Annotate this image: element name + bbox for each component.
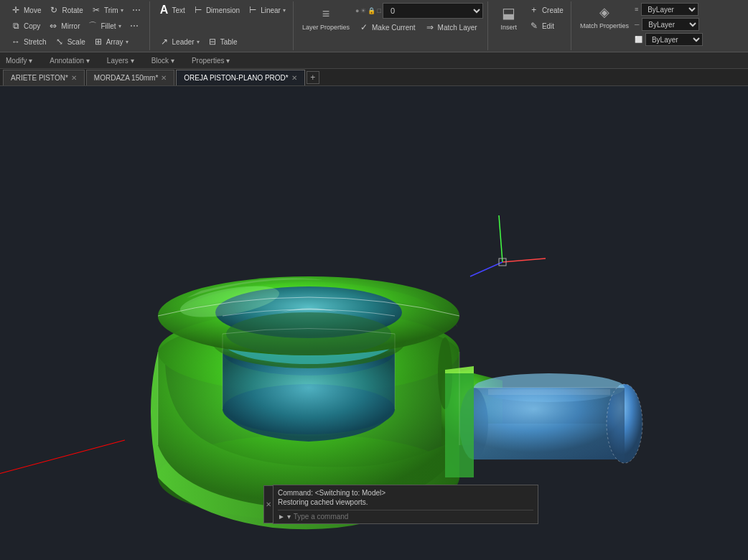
bylayer-lineweight-select[interactable]: ByLayer: [645, 33, 703, 46]
array-icon: ⊞: [93, 36, 104, 47]
match-layer-button[interactable]: ⇒ Match Layer: [421, 20, 480, 34]
layers-group: ≡ Layer Properties ● ☀ 🔒 □ 0: [295, 1, 488, 50]
command-line-2: Restoring cached viewports.: [278, 498, 533, 507]
bylayer-linetype-select[interactable]: ByLayer: [642, 18, 699, 31]
toolbar: ✛ Move ↻ Rotate ✂ Trim ▾ ⋯: [0, 0, 748, 69]
toolbar-labels: Modify ▾ Annotation ▾ Layers ▾ Block ▾ P…: [0, 52, 748, 68]
edit-block-button[interactable]: ✎ Edit: [525, 19, 566, 33]
array-button[interactable]: ⊞ Array ▾: [90, 34, 131, 49]
create-block-icon: +: [528, 4, 540, 16]
insert-icon: ⬓: [502, 4, 515, 22]
copy-icon: ⧉: [10, 20, 22, 32]
edit-block-icon: ✎: [528, 20, 540, 32]
tabs-bar: ARIETE PISTON* ✕ MORDAZA 150mm* ✕ OREJA …: [0, 69, 748, 86]
tab-label: OREJA PISTON-PLANO PROD*: [184, 74, 288, 82]
viewport: ✕ Command: <Switching to: Model> Restori…: [0, 86, 748, 538]
trim-icon: ✂: [90, 4, 102, 16]
move-button[interactable]: ✛ Move: [7, 3, 44, 17]
match-properties-icon: ◈: [599, 4, 609, 20]
layer-properties-icon: ≡: [322, 6, 330, 22]
table-icon: ⊟: [207, 36, 218, 47]
command-prompt: ► ▾: [278, 513, 291, 521]
stretch-icon: ↔: [10, 36, 22, 47]
tab-close-ariete[interactable]: ✕: [71, 74, 77, 82]
annotation-group: A Text ⊢ Dimension ⊢ Linear ▾ ↗ Leader ▾: [151, 1, 294, 50]
stretch-button[interactable]: ↔ Stretch: [7, 34, 50, 49]
properties-label[interactable]: Properties ▾: [189, 57, 233, 65]
command-input[interactable]: [294, 513, 533, 521]
leader-button[interactable]: ↗ Leader ▾: [156, 34, 202, 49]
properties-group: ◈ Match Properties ≡ ByLayer ─ ByLayer: [573, 1, 707, 50]
dimension-button[interactable]: ⊢ Dimension: [190, 3, 243, 17]
3d-model-svg: [0, 86, 748, 538]
text-button[interactable]: A Text: [156, 3, 188, 17]
bylayer-color-select[interactable]: ByLayer: [641, 3, 698, 16]
scale-icon: ⤡: [54, 36, 65, 47]
trim-extra-icon: ⋯: [131, 4, 142, 16]
modify-label[interactable]: Modify ▾: [3, 57, 35, 65]
fillet-icon: ⌒: [87, 20, 98, 32]
annotation-label[interactable]: Annotation ▾: [47, 57, 93, 65]
insert-button[interactable]: ⬓ Insert: [494, 3, 524, 33]
tab-oreja-piston[interactable]: OREJA PISTON-PLANO PROD* ✕: [176, 70, 304, 85]
mirror-button[interactable]: ⇔ Mirror: [45, 19, 83, 33]
move-icon: ✛: [10, 4, 22, 16]
match-properties-button[interactable]: ◈ Match Properties: [577, 3, 632, 46]
match-layer-icon: ⇒: [424, 22, 436, 33]
layers-label[interactable]: Layers ▾: [104, 57, 137, 65]
toolbar-top: ✛ Move ↻ Rotate ✂ Trim ▾ ⋯: [0, 0, 748, 52]
svg-point-9: [226, 312, 391, 355]
command-line-1: Command: <Switching to: Model>: [278, 488, 533, 498]
command-close-button[interactable]: ✕: [266, 500, 271, 508]
linear-icon: ⊢: [247, 4, 258, 16]
tab-close-mordaza[interactable]: ✕: [161, 74, 167, 82]
make-current-button[interactable]: ✓ Make Current: [355, 20, 419, 34]
tab-close-oreja[interactable]: ✕: [291, 74, 297, 82]
scale-button[interactable]: ⤡ Scale: [51, 34, 88, 49]
rotate-button[interactable]: ↻ Rotate: [45, 3, 85, 17]
tab-add-button[interactable]: +: [307, 71, 319, 84]
text-icon: A: [159, 4, 170, 16]
modify-group: ✛ Move ↻ Rotate ✂ Trim ▾ ⋯: [3, 1, 150, 50]
fillet-extra-button[interactable]: ⋯: [126, 19, 143, 33]
tab-label: MORDAZA 150mm*: [94, 74, 158, 82]
tab-ariete-piston[interactable]: ARIETE PISTON* ✕: [3, 70, 85, 85]
command-bar: ✕ Command: <Switching to: Model> Restori…: [273, 485, 538, 524]
layer-name-dropdown[interactable]: 0: [383, 3, 483, 19]
block-label[interactable]: Block ▾: [149, 57, 177, 65]
tab-mordaza[interactable]: MORDAZA 150mm* ✕: [86, 70, 174, 85]
tab-label: ARIETE PISTON*: [11, 74, 68, 82]
copy-button[interactable]: ⧉ Copy: [7, 19, 43, 33]
rotate-icon: ↻: [48, 4, 60, 16]
create-block-button[interactable]: + Create: [525, 3, 566, 17]
fillet-button[interactable]: ⌒ Fillet ▾: [84, 19, 123, 33]
mirror-icon: ⇔: [47, 20, 59, 32]
table-button[interactable]: ⊟ Table: [204, 34, 240, 49]
layer-properties-button[interactable]: ≡ Layer Properties: [299, 5, 352, 32]
make-current-icon: ✓: [358, 22, 370, 33]
dimension-icon: ⊢: [192, 4, 204, 16]
trim-button[interactable]: ✂ Trim ▾: [88, 3, 126, 17]
leader-icon: ↗: [159, 36, 170, 47]
block-group: ⬓ Insert + Create ✎ Edit: [490, 1, 571, 50]
trim-extra-button[interactable]: ⋯: [128, 3, 145, 17]
linear-button[interactable]: ⊢ Linear ▾: [244, 3, 289, 17]
fillet-extra-icon: ⋯: [128, 20, 140, 32]
